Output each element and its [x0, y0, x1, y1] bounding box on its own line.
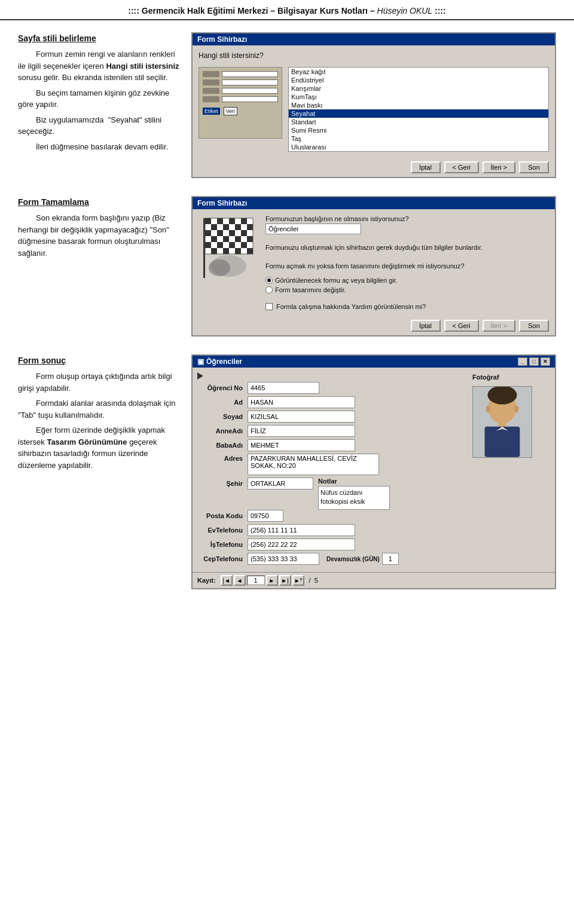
section1-row: Sayfa stili belirleme Formun zemin rengi…	[18, 32, 556, 178]
dialog1-content: Hangi stili istersiniz?	[193, 45, 555, 158]
section2-text: Form Tamamlama Son ekranda form başlığın…	[18, 196, 179, 262]
preview-label-text: Etiket	[203, 108, 220, 115]
preview-row2	[203, 79, 278, 85]
style-kumtasi[interactable]: KumTaşı	[289, 93, 548, 101]
dialog1-finish-button[interactable]: Son	[519, 161, 549, 173]
dialog2-next-button[interactable]: İleri >	[483, 320, 515, 332]
preview-label4	[203, 96, 219, 102]
svg-rect-21	[241, 242, 247, 248]
nav-new-button[interactable]: ►*	[292, 575, 304, 586]
style-seyahat[interactable]: Seyahat	[289, 109, 548, 118]
style-mavi-baski[interactable]: Mavi baskı	[289, 101, 548, 109]
adres-label: Adres	[197, 454, 245, 462]
nav-last-button[interactable]: ►|	[279, 575, 291, 586]
section2-p1: Son ekranda form başlığını yazıp (Biz he…	[18, 212, 179, 259]
dialog2-info2: Formu açmak mı yoksa form tasarımını değ…	[265, 261, 549, 271]
dialog2-cancel-button[interactable]: İptal	[411, 320, 441, 332]
style-tas[interactable]: Taş	[289, 134, 548, 143]
sehir-notlar-row: Şehir Notlar Nüfus cüzdanı fotokopisi ek…	[197, 478, 466, 510]
nav-kayit-label: Kayıt:	[197, 577, 216, 584]
svg-rect-6	[211, 224, 217, 230]
ev-tel-input[interactable]	[248, 524, 355, 536]
preview-field2	[222, 79, 278, 85]
posta-kodu-input[interactable]	[248, 510, 283, 522]
sehir-input[interactable]	[248, 478, 313, 489]
section1-p1: Formun zemin rengi ve alanların renkleri…	[18, 48, 179, 84]
cep-tel-label: CepTelefonu	[197, 555, 245, 562]
devamsizlik-input[interactable]	[382, 553, 399, 565]
ogrenci-title: Öğrenciler	[206, 357, 242, 366]
svg-rect-2	[205, 218, 211, 224]
foto-box	[472, 386, 532, 458]
style-endustriyel[interactable]: Endüstriyel	[289, 76, 548, 84]
anne-adi-input[interactable]	[248, 425, 355, 437]
dialog2-finish-button[interactable]: Son	[519, 320, 549, 332]
is-tel-input[interactable]	[248, 539, 355, 550]
soyad-input[interactable]	[248, 411, 355, 423]
ogrenci-window: ▣ Öğrenciler _ □ ✕ Öğrenci	[191, 354, 556, 589]
style-standart[interactable]: Standart	[289, 118, 548, 126]
dialog1-titlebar: Form Sihirbazı	[193, 33, 555, 45]
adres-row: Adres PAZARKURAN MAHALLESİ, CEVİZ SOKAK,…	[197, 454, 466, 475]
radio1-dot[interactable]	[265, 277, 273, 284]
dialog1-next-button[interactable]: İleri >	[483, 161, 515, 173]
ev-tel-label: EvTelefonu	[197, 527, 245, 534]
section1-p3: Biz uygulamamızda "Seyahat" stilini seçe…	[18, 114, 179, 137]
section1-text: Sayfa stili belirleme Formun zemin rengi…	[18, 32, 179, 156]
baba-adi-input[interactable]	[248, 439, 355, 451]
style-sumi-resmi[interactable]: Sumi Resmi	[289, 126, 548, 134]
nav-current-input[interactable]	[247, 576, 265, 585]
posta-kodu-row: Posta Kodu	[197, 510, 466, 522]
anne-adi-row: AnneAdı	[197, 425, 466, 437]
cep-tel-input[interactable]	[248, 553, 319, 565]
page-header: :::: Germencik Halk Eğitimi Merkezi – Bi…	[0, 0, 574, 20]
style-list[interactable]: Beyaz kağıt Endüstriyel Karışımlar KumTa…	[288, 67, 549, 152]
section3-heading: Form sonuç	[18, 354, 179, 367]
style-uluslararasi[interactable]: Uluslararası	[289, 143, 548, 151]
minimize-button[interactable]: _	[518, 357, 527, 366]
nav-first-button[interactable]: |◄	[221, 575, 233, 586]
section3-p3: Eğer form üzerinde değişiklik yapmak ist…	[18, 424, 179, 471]
radio2-dot[interactable]	[265, 286, 273, 293]
maximize-button[interactable]: □	[529, 357, 539, 366]
dialog1-cancel-button[interactable]: İptal	[411, 161, 441, 173]
dialog2-radio1-row: Görüntülenecek formu aç veya bilgileri g…	[265, 277, 549, 284]
soyad-label: Soyad	[197, 413, 245, 420]
svg-point-36	[514, 406, 519, 413]
dialog2-back-button[interactable]: < Geri	[444, 320, 479, 332]
notlar-label: Notlar	[318, 478, 390, 485]
svg-rect-10	[205, 230, 211, 236]
checkered-flag-icon	[199, 215, 258, 281]
dialog2-title-input[interactable]	[265, 224, 361, 234]
svg-rect-22	[211, 248, 217, 254]
style-karisimlar[interactable]: Karışımlar	[289, 84, 548, 93]
baba-adi-label: BabaAdı	[197, 442, 245, 449]
preview-label2	[203, 79, 219, 85]
ogrenci-no-input[interactable]	[248, 382, 319, 394]
svg-rect-5	[241, 218, 247, 224]
style-beyaz-kagit[interactable]: Beyaz kağıt	[289, 68, 548, 76]
adres-input[interactable]: PAZARKURAN MAHALLESİ, CEVİZ SOKAK, NO:20	[248, 454, 379, 475]
header-title: Germencik Halk Eğitimi Merkezi – Bilgisa…	[142, 6, 375, 16]
svg-rect-16	[235, 236, 241, 242]
devamsizlik-label: Devamsızlık (GÜN)	[326, 556, 380, 562]
svg-point-27	[209, 259, 230, 276]
svg-rect-14	[211, 236, 217, 242]
nav-next-button[interactable]: ►	[266, 575, 278, 586]
dialog2-body: Formunuzun başlığının ne olmasını istiyo…	[199, 215, 549, 310]
nav-prev-button[interactable]: ◄	[234, 575, 246, 586]
close-button[interactable]: ✕	[541, 357, 550, 366]
form-preview: Etiket Veri	[199, 67, 282, 139]
nav-separator: /	[309, 577, 311, 584]
preview-field1	[222, 71, 278, 77]
record-nav: |◄ ◄ ► ►| ►*	[221, 575, 304, 586]
checkbox-yardim[interactable]	[265, 303, 273, 310]
section1-p4: İleri düğmesine basılarak devam edilir.	[18, 141, 179, 153]
notlar-text: Nüfus cüzdanı fotokopisi eksik	[318, 486, 390, 510]
svg-rect-24	[235, 248, 241, 254]
ogrenci-form-fields: Öğrenci No Ad Soyad Ann	[197, 372, 466, 567]
dialog1-back-button[interactable]: < Geri	[444, 161, 479, 173]
fotograf-label: Fotoğraf	[472, 374, 502, 381]
dialog1-buttons: İptal < Geri İleri > Son	[193, 158, 555, 177]
ad-input[interactable]	[248, 396, 355, 408]
